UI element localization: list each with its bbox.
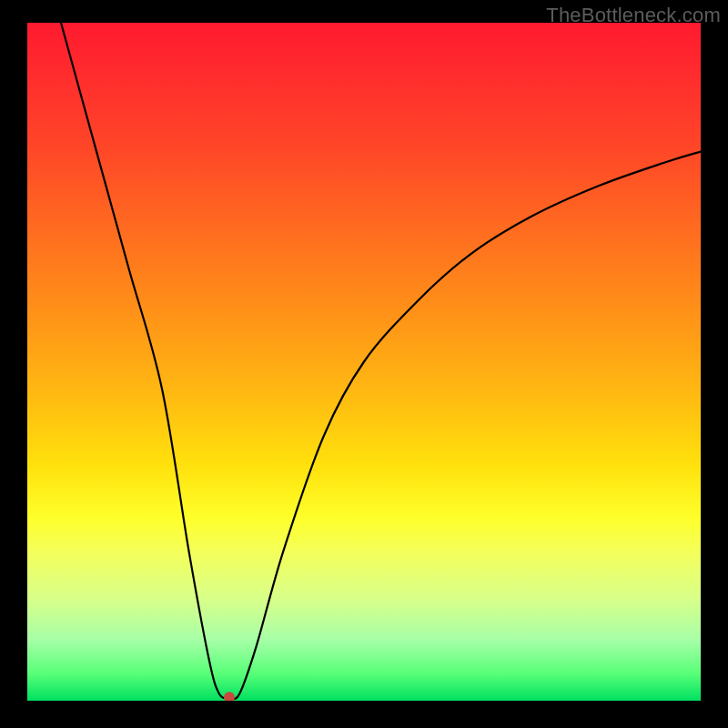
optimal-point-marker xyxy=(224,692,235,701)
chart-svg xyxy=(27,23,701,701)
chart-frame: TheBottleneck.com xyxy=(0,0,728,728)
bottleneck-curve xyxy=(61,23,701,699)
chart-plot-area xyxy=(27,23,701,701)
watermark-text: TheBottleneck.com xyxy=(546,4,721,27)
